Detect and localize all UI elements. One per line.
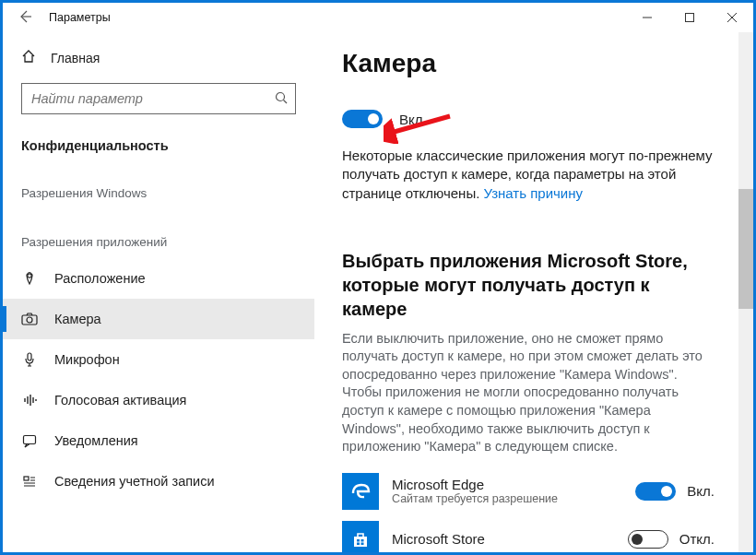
section-description: Если выключить приложение, оно не сможет… xyxy=(342,330,715,456)
category-heading: Конфиденциальность xyxy=(3,131,314,160)
svg-rect-6 xyxy=(24,436,36,444)
account-icon xyxy=(21,474,38,489)
search-input[interactable] xyxy=(31,91,275,106)
camera-icon xyxy=(21,312,38,326)
group-windows-permissions: Разрешения Windows xyxy=(3,181,314,209)
svg-point-1 xyxy=(277,92,285,100)
search-box[interactable] xyxy=(21,83,296,114)
nav-label: Расположение xyxy=(54,271,146,286)
section-heading: Выбрать приложения Microsoft Store, кото… xyxy=(342,249,715,321)
app-row-edge: Microsoft Edge Сайтам требуется разрешен… xyxy=(342,473,715,510)
sidebar-item-microphone[interactable]: Микрофон xyxy=(3,339,314,380)
nav-label: Голосовая активация xyxy=(54,393,186,407)
toggle-state: Вкл. xyxy=(687,483,715,499)
titlebar: Параметры xyxy=(3,3,753,32)
app-toggle-store[interactable] xyxy=(628,530,668,549)
notifications-icon xyxy=(21,433,38,448)
sidebar-item-location[interactable]: Расположение xyxy=(3,258,314,299)
window-title: Параметры xyxy=(49,11,111,24)
svg-rect-9 xyxy=(357,539,360,542)
learn-why-link[interactable]: Узнать причину xyxy=(484,185,584,201)
notice-text: Некоторые классические приложения могут … xyxy=(342,147,715,203)
voice-icon xyxy=(21,393,38,407)
search-icon xyxy=(275,91,288,107)
home-link[interactable]: Главная xyxy=(3,41,314,74)
sidebar-item-account-info[interactable]: Сведения учетной записи xyxy=(3,461,314,502)
app-subtext: Сайтам требуется разрешение xyxy=(392,492,635,505)
camera-access-toggle[interactable] xyxy=(342,110,383,128)
scrollbar[interactable] xyxy=(738,32,753,552)
svg-rect-7 xyxy=(24,477,29,480)
svg-point-2 xyxy=(28,274,31,278)
app-name: Microsoft Store xyxy=(392,531,628,547)
sidebar: Главная Конфиденциальность Разрешения Wi… xyxy=(3,32,314,552)
scrollbar-thumb[interactable] xyxy=(738,189,753,309)
svg-point-4 xyxy=(27,317,32,323)
nav-label: Микрофон xyxy=(54,352,120,367)
toggle-state-label: Вкл. xyxy=(399,112,427,127)
group-app-permissions: Разрешения приложений xyxy=(3,230,314,258)
location-icon xyxy=(21,271,38,286)
svg-rect-11 xyxy=(357,542,360,545)
edge-icon xyxy=(342,473,379,510)
store-icon xyxy=(342,521,379,552)
close-button[interactable] xyxy=(711,3,753,32)
toggle-state: Откл. xyxy=(679,531,715,547)
main-content: Камера Вкл. Некоторые классические прило… xyxy=(314,32,753,552)
minimize-button[interactable] xyxy=(626,3,668,32)
sidebar-item-camera[interactable]: Камера xyxy=(3,299,314,339)
sidebar-item-voice-activation[interactable]: Голосовая активация xyxy=(3,380,314,420)
svg-rect-0 xyxy=(686,14,694,22)
back-icon[interactable] xyxy=(18,9,34,27)
svg-rect-5 xyxy=(28,353,31,360)
svg-rect-8 xyxy=(354,537,367,547)
app-name: Microsoft Edge xyxy=(392,477,635,492)
app-row-store: Microsoft Store Откл. xyxy=(342,521,715,552)
app-toggle-edge[interactable] xyxy=(635,482,676,501)
svg-rect-10 xyxy=(361,539,364,542)
microphone-icon xyxy=(21,352,38,367)
home-label: Главная xyxy=(51,51,100,65)
home-icon xyxy=(21,49,36,66)
nav-label: Камера xyxy=(54,312,101,326)
svg-rect-12 xyxy=(361,542,364,545)
maximize-button[interactable] xyxy=(668,3,711,32)
settings-window: Параметры Главная Конфиденциальность Раз… xyxy=(0,0,756,555)
nav-list: Расположение Камера Микрофон Голосовая а… xyxy=(3,258,314,552)
page-title: Камера xyxy=(342,49,715,78)
nav-label: Уведомления xyxy=(54,433,138,448)
nav-label: Сведения учетной записи xyxy=(54,474,215,489)
sidebar-item-notifications[interactable]: Уведомления xyxy=(3,420,314,461)
